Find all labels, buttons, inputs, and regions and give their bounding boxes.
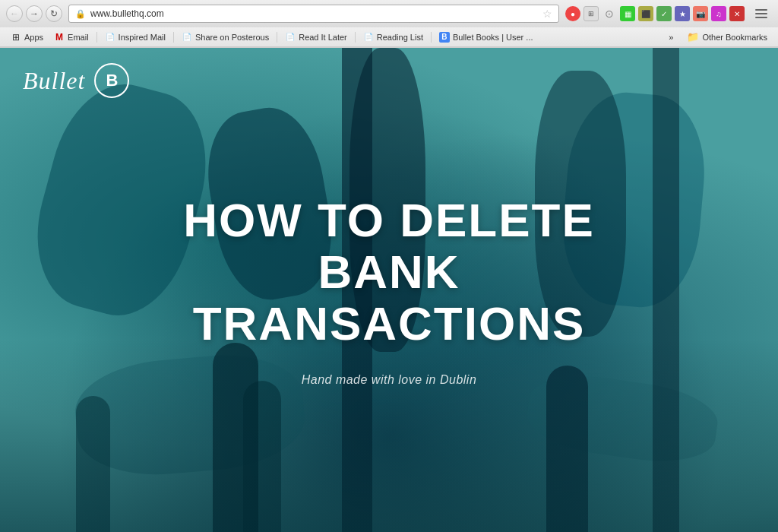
address-bar[interactable]: 🔒 www.bullethq.com ☆ [68, 5, 559, 23]
bookmark-inspired-mail-label: Inspired Mail [119, 33, 166, 42]
toolbar-icons: ● ⊞ ⊙ ▦ ⬛ ✓ ★ 📷 ♫ ✕ [565, 3, 772, 24]
page-icon-1: 📄 [105, 32, 115, 43]
bookmarks-more-button[interactable]: » [666, 31, 676, 43]
bookmark-reading-list-label: Reading List [377, 33, 423, 42]
bookmark-bullet-label: Bullet Books | User ... [453, 33, 533, 42]
divider-2 [173, 32, 174, 43]
ext-icon-9[interactable]: ♫ [711, 6, 726, 21]
browser-chrome: ← → ↻ 🔒 www.bullethq.com ☆ ● ⊞ ⊙ ▦ ⬛ ✓ ★… [0, 0, 778, 48]
ext-icon-10[interactable]: ✕ [729, 6, 745, 21]
page-icon-2: 📄 [182, 32, 192, 43]
bookmark-other[interactable]: 📁 Other Bookmarks [682, 30, 772, 44]
logo-text: Bullet [23, 67, 85, 95]
page-icon-4: 📄 [363, 32, 374, 43]
ext-icon-1[interactable]: ● [565, 6, 580, 21]
bookmark-read-later-label: Read It Later [299, 33, 347, 42]
ext-icon-7[interactable]: ★ [675, 6, 690, 21]
bookmark-email[interactable]: M Email [49, 30, 93, 44]
bookmark-posterous-label: Share on Posterous [195, 33, 269, 42]
bookmark-star[interactable]: ☆ [542, 8, 552, 20]
forward-button[interactable]: → [26, 5, 43, 22]
divider-3 [277, 32, 277, 43]
ext-icon-8[interactable]: 📷 [693, 6, 708, 21]
divider-5 [431, 32, 432, 43]
ext-icon-5[interactable]: ⬛ [638, 6, 653, 21]
ext-icon-6[interactable]: ✓ [656, 6, 672, 21]
gmail-icon: M [54, 32, 65, 43]
refresh-button[interactable]: ↻ [46, 5, 62, 22]
bookmark-apps-label: Apps [24, 33, 43, 42]
url-display: www.bullethq.com [90, 8, 538, 19]
bookmark-posterous[interactable]: 📄 Share on Posterous [177, 30, 274, 44]
bookmark-bullet-books[interactable]: B Bullet Books | User ... [435, 30, 538, 44]
hero-title: HOW TO DELETE BANK TRANSACTIONS [123, 195, 655, 350]
other-bookmarks-label: Other Bookmarks [702, 33, 767, 42]
divider-4 [355, 32, 356, 43]
bookmark-read-later[interactable]: 📄 Read It Later [280, 30, 352, 44]
divider-1 [96, 32, 97, 43]
bookmark-inspired-mail[interactable]: 📄 Inspired Mail [100, 30, 170, 44]
site-navigation: Bullet B [0, 48, 778, 113]
bullet-icon: B [439, 32, 450, 43]
bookmark-email-label: Email [68, 33, 89, 42]
back-button[interactable]: ← [6, 5, 23, 22]
ssl-icon: 🔒 [75, 9, 86, 19]
hero-subtitle: Hand made with love in Dublin [123, 372, 655, 386]
folder-icon: 📁 [687, 31, 699, 43]
ext-icon-2[interactable]: ⊞ [584, 6, 599, 21]
page-icon-3: 📄 [285, 32, 296, 43]
logo-circle: B [94, 63, 129, 98]
ext-icon-3[interactable]: ⊙ [602, 6, 617, 21]
apps-icon: ⊞ [11, 32, 21, 43]
nav-buttons: ← → ↻ [6, 5, 62, 22]
hero-content: HOW TO DELETE BANK TRANSACTIONS Hand mad… [123, 195, 655, 387]
bookmarks-bar: ⊞ Apps M Email 📄 Inspired Mail 📄 Share o… [0, 27, 778, 47]
website-content: Bullet B HOW TO DELETE BANK TRANSACTIONS… [0, 48, 778, 532]
logo-letter: B [106, 71, 118, 90]
chrome-menu-button[interactable] [751, 3, 772, 24]
logo-area: Bullet B [23, 63, 129, 98]
bookmark-apps[interactable]: ⊞ Apps [6, 30, 48, 44]
bookmark-reading-list[interactable]: 📄 Reading List [359, 30, 428, 44]
ext-icon-4[interactable]: ▦ [620, 6, 635, 21]
browser-top-bar: ← → ↻ 🔒 www.bullethq.com ☆ ● ⊞ ⊙ ▦ ⬛ ✓ ★… [0, 0, 778, 27]
